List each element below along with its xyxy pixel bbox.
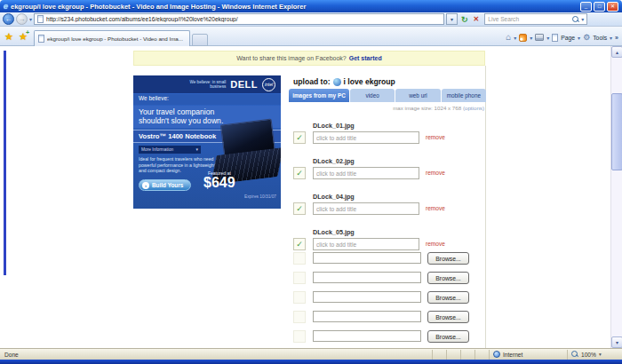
- intel-logo: intel: [262, 78, 275, 91]
- feed-dropdown-icon[interactable]: ▾: [530, 35, 532, 41]
- forward-button[interactable]: →: [16, 13, 28, 25]
- toolbar-overflow-icon[interactable]: »: [615, 35, 618, 41]
- tools-gear-icon[interactable]: ⚙: [583, 33, 590, 42]
- print-icon[interactable]: [535, 34, 544, 41]
- browse-button[interactable]: Browse...: [427, 291, 469, 304]
- file-check-icon[interactable]: ✓: [293, 131, 306, 144]
- page-icon: [37, 15, 44, 23]
- facebook-banner-text: Want to share this image on Facebook?: [236, 55, 346, 61]
- add-favorite-plus-icon: +: [26, 29, 29, 36]
- window-bottom-border: [0, 360, 622, 364]
- file-path-input[interactable]: [313, 291, 421, 303]
- new-tab-button[interactable]: [192, 34, 208, 46]
- empty-check-slot: [293, 311, 306, 323]
- build-arrow-icon: ›: [142, 182, 149, 189]
- search-icon[interactable]: [572, 16, 579, 23]
- ad-we-believe-small: We believe: in small business: [187, 80, 226, 90]
- status-text: Done: [0, 352, 432, 358]
- ie-logo-icon: e: [4, 2, 8, 11]
- tab-images-from-my-pc[interactable]: images from my PC: [289, 89, 349, 102]
- file-check-icon[interactable]: ✓: [293, 202, 306, 215]
- print-dropdown-icon[interactable]: ▾: [546, 35, 549, 41]
- dell-advertisement[interactable]: We believe: in small business DELL intel…: [133, 75, 281, 209]
- remove-link[interactable]: remove: [426, 134, 445, 140]
- browse-button[interactable]: Browse...: [427, 330, 469, 343]
- status-pane: [474, 350, 489, 360]
- favorites-center-icon[interactable]: ★: [4, 31, 13, 43]
- file-path-input[interactable]: [313, 330, 421, 342]
- home-dropdown-icon[interactable]: ▾: [514, 35, 516, 41]
- address-dropdown-button[interactable]: ▾: [446, 13, 458, 25]
- file-path-input[interactable]: [313, 272, 421, 283]
- command-bar: ★ ★ + ekgroup/i love ekgroup - Photobuck…: [0, 27, 622, 46]
- minimize-button[interactable]: _: [580, 2, 592, 12]
- file-title-input[interactable]: [313, 238, 419, 250]
- scroll-up-icon[interactable]: ▴: [611, 46, 622, 58]
- get-started-link[interactable]: Get started: [349, 55, 382, 61]
- file-title-input[interactable]: [313, 202, 419, 215]
- ad-top-strip: We believe: in small business DELL intel: [133, 75, 281, 93]
- scrollbar-thumb[interactable]: [611, 93, 622, 170]
- file-name: DLock_01.jpg: [313, 122, 355, 130]
- browser-tab[interactable]: ekgroup/i love ekgroup - Photobucket - V…: [34, 30, 190, 46]
- zoom-pane[interactable]: 100% ▾: [567, 350, 622, 360]
- upload-panel-border: [485, 66, 486, 348]
- tools-menu-label[interactable]: Tools: [593, 35, 607, 41]
- file-check-icon[interactable]: ✓: [293, 238, 306, 250]
- url-input[interactable]: [46, 16, 441, 22]
- search-input[interactable]: [488, 16, 570, 22]
- scroll-down-icon[interactable]: ▾: [611, 336, 622, 348]
- refresh-button[interactable]: ↻: [459, 15, 470, 24]
- browse-button[interactable]: Browse...: [427, 272, 469, 284]
- empty-check-slot: [293, 330, 306, 343]
- file-name: DLock_02.jpg: [313, 157, 355, 165]
- album-name: i love ekgroup: [344, 77, 395, 86]
- address-bar: ← → ▾ ▾ ↻ ✕ ▾: [0, 12, 622, 27]
- history-dropdown-icon[interactable]: ▾: [29, 16, 32, 22]
- page-menu-dropdown-icon[interactable]: ▾: [578, 35, 580, 41]
- browse-button[interactable]: Browse...: [427, 252, 469, 265]
- options-link[interactable]: (options): [463, 105, 484, 111]
- file-check-icon[interactable]: ✓: [293, 167, 306, 179]
- ad-price: $649: [203, 175, 235, 191]
- facebook-banner: Want to share this image on Facebook? Ge…: [133, 51, 485, 66]
- page-menu-icon[interactable]: [552, 34, 558, 42]
- empty-check-slot: [293, 252, 306, 265]
- tools-dropdown-icon[interactable]: ▾: [610, 35, 612, 41]
- vertical-scrollbar[interactable]: ▴ ▾: [610, 46, 622, 348]
- home-icon[interactable]: ⌂: [506, 33, 511, 42]
- remove-link[interactable]: remove: [426, 170, 445, 176]
- file-name: DLock_04.jpg: [313, 193, 355, 201]
- tab-title: ekgroup/i love ekgroup - Photobucket - V…: [47, 36, 183, 42]
- album-icon: [333, 78, 341, 86]
- remove-link[interactable]: remove: [426, 205, 445, 211]
- remove-link[interactable]: remove: [426, 241, 445, 247]
- search-options-icon[interactable]: ▾: [581, 16, 584, 22]
- tab-web-url[interactable]: web url: [395, 89, 440, 102]
- address-field[interactable]: [34, 13, 444, 25]
- stop-button[interactable]: ✕: [472, 15, 482, 23]
- rss-feed-icon[interactable]: [519, 34, 527, 42]
- tab-video[interactable]: video: [350, 89, 395, 102]
- page-menu-label[interactable]: Page: [561, 35, 575, 41]
- build-yours-button[interactable]: › Build Yours: [139, 179, 191, 191]
- zoom-dropdown-icon[interactable]: ▾: [599, 352, 602, 357]
- close-button[interactable]: ✕: [607, 2, 618, 12]
- file-title-input[interactable]: [313, 167, 419, 179]
- file-title-input[interactable]: [313, 131, 419, 144]
- ad-we-believe-line: We believe:: [133, 94, 281, 105]
- file-path-input[interactable]: [313, 311, 421, 322]
- file-path-input[interactable]: [313, 252, 421, 264]
- ad-more-information-dropdown[interactable]: More Information ▾: [139, 146, 201, 154]
- browse-button[interactable]: Browse...: [427, 311, 469, 323]
- ad-expires: Expires 10/31/07: [244, 194, 276, 199]
- ad-more-information-label: More Information: [141, 147, 173, 152]
- back-button[interactable]: ←: [3, 13, 14, 25]
- internet-zone-label: Internet: [503, 352, 522, 358]
- dell-logo: DELL: [230, 79, 258, 90]
- tab-mobile-phone[interactable]: mobile phone: [442, 89, 486, 102]
- maximize-button[interactable]: □: [594, 2, 605, 12]
- upload-header: upload to: i love ekgroup: [293, 77, 395, 86]
- search-box[interactable]: ▾: [484, 13, 587, 25]
- window-title: ekgroup/i love ekgroup - Photobucket - V…: [11, 3, 580, 11]
